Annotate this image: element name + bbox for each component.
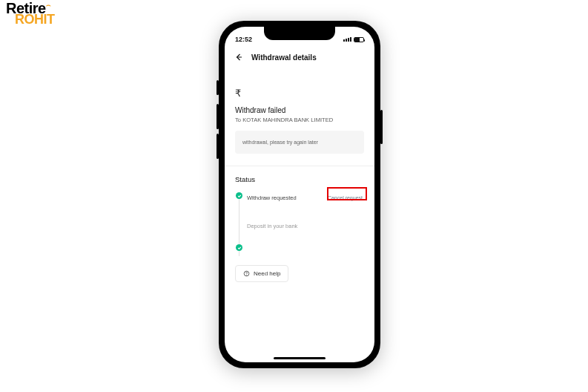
status-heading: Status [235,175,364,183]
help-circle-icon [243,270,250,277]
cancel-request-link[interactable]: Cancel request [326,195,364,201]
need-help-label: Need help [254,270,280,277]
timeline-step-label: Deposit in your bank [247,223,297,229]
timeline-step-requested: Withdraw requested Cancel request [247,191,364,204]
amount-display: ₹ [235,88,364,99]
battery-icon [354,37,364,42]
withdraw-status-title: Withdraw failed [235,106,364,114]
home-indicator[interactable] [274,357,326,359]
phone-screen: 12:52 Withdrawal details ₹ Withdraw fail… [225,27,374,362]
app-header: Withdrawal details [225,48,374,70]
timeline-step-end [247,243,364,256]
error-message-text: withdrawal, please try again later [242,140,318,145]
signal-icon [343,37,351,42]
check-circle-icon [236,192,242,199]
timeline-step-label: Withdraw requested [247,195,297,201]
arrow-left-icon [234,53,243,62]
timeline-step-deposit: Deposit in your bank [247,219,364,232]
back-button[interactable] [234,52,244,62]
withdraw-destination: To KOTAK MAHINDRA BANK LIMITED [235,117,364,123]
page-title: Withdrawal details [251,53,317,62]
error-message-box: withdrawal, please try again later [235,131,364,154]
section-divider [225,166,374,166]
phone-frame: 12:52 Withdrawal details ₹ Withdraw fail… [219,21,380,368]
watermark-logo: Retire⌢ ROHIT [6,1,55,25]
content-area: ₹ Withdraw failed To KOTAK MAHINDRA BANK… [225,70,374,362]
check-circle-icon [236,244,242,251]
rupee-icon: ₹ [235,88,241,99]
need-help-button[interactable]: Need help [235,265,288,282]
clock: 12:52 [235,36,252,43]
status-timeline: Withdraw requested Cancel request Deposi… [235,191,364,256]
phone-notch [264,27,335,40]
